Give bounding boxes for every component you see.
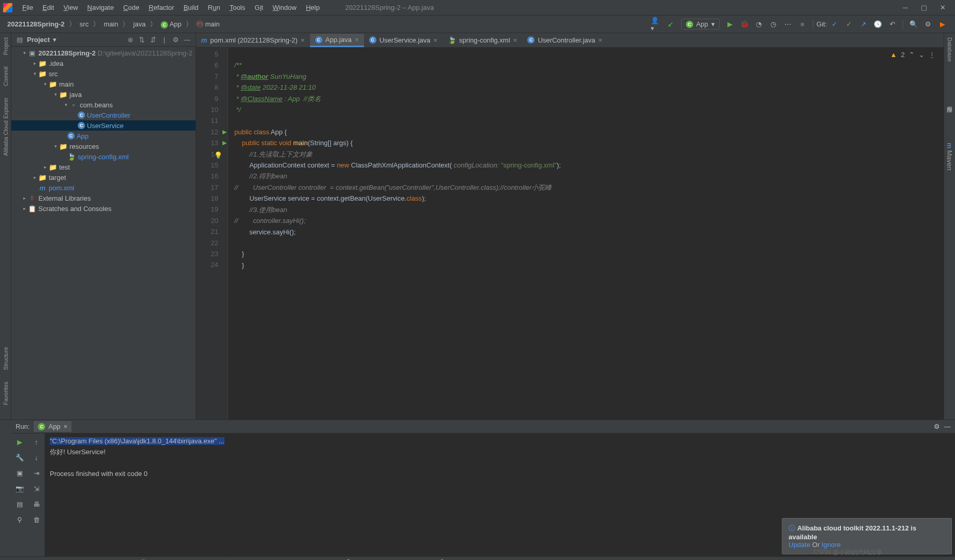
tree-file-pom[interactable]: mpom.xml [11, 183, 195, 193]
scroll-icon[interactable]: ⇲ [30, 482, 43, 495]
tool-alibaba[interactable]: Alibaba Cloud Explorer [3, 95, 9, 158]
tab-userservice[interactable]: CUserService.java× [364, 34, 443, 47]
run-gutter-icon[interactable]: ▶ [222, 127, 227, 137]
tree-folder-target[interactable]: ▸📁target [11, 172, 195, 183]
window-close-icon[interactable]: ✕ [933, 0, 952, 16]
hide-icon[interactable]: — [183, 36, 191, 44]
git-rollback-icon[interactable]: ↶ [887, 19, 898, 30]
update-link[interactable]: Update [789, 541, 810, 549]
close-icon[interactable]: × [64, 423, 68, 430]
bulb-icon[interactable]: 💡 [214, 150, 222, 161]
code-editor[interactable]: /** * @author SunYuHang * @date 2022-11-… [228, 48, 944, 419]
run-config-select[interactable]: CApp▾ [681, 19, 720, 30]
tree-folder-resources[interactable]: ▾📁resources [11, 141, 195, 151]
menu-refactor[interactable]: Refactor [144, 4, 179, 11]
hide-icon[interactable]: — [944, 423, 951, 430]
git-update-icon[interactable]: ↗ [858, 19, 869, 30]
close-icon[interactable]: × [598, 36, 602, 44]
menu-view[interactable]: View [59, 4, 82, 11]
run-icon[interactable]: ▶ [724, 19, 736, 30]
menu-run[interactable]: Run [203, 4, 225, 11]
wrap-icon[interactable]: ⇥ [30, 467, 43, 479]
tab-springconfig[interactable]: 🍃spring-config.xml× [443, 34, 523, 47]
collapse-icon[interactable]: ⇵ [149, 36, 157, 44]
dropdown-icon[interactable]: ▾ [53, 36, 57, 44]
menu-navigate[interactable]: Navigate [82, 4, 118, 11]
window-maximize-icon[interactable]: ▢ [915, 0, 933, 16]
tree-root[interactable]: ▾▣20221128Spring-2 D:\gitee\java\2022112… [11, 48, 195, 58]
trash-icon[interactable]: 🗑 [30, 513, 43, 526]
gear-icon[interactable]: ⚙ [172, 36, 180, 44]
chevron-down-icon[interactable]: ⌄ [919, 51, 924, 59]
profile-icon[interactable]: ◷ [768, 19, 779, 30]
breadcrumb[interactable]: java [131, 20, 148, 28]
tree-file-springconfig[interactable]: 🍃spring-config.xml [11, 151, 195, 162]
breadcrumb[interactable]: C App [159, 20, 184, 29]
alibaba-icon[interactable]: ▶ [937, 19, 948, 30]
menu-file[interactable]: File [18, 4, 38, 11]
tree-class-usercontroller[interactable]: C UserController [11, 110, 195, 120]
expand-icon[interactable]: ⇅ [137, 36, 146, 44]
menu-help[interactable]: Help [301, 4, 325, 11]
tool-maven[interactable]: m Maven [946, 141, 953, 173]
target-icon[interactable]: ⊕ [126, 36, 134, 44]
tree-class-userservice[interactable]: C UserService [11, 120, 195, 131]
bt-alibaba[interactable]: 〔〕Alibaba Cloud View [222, 558, 297, 561]
breadcrumb[interactable]: 20221128Spring-2 [5, 20, 67, 28]
chevron-up-icon[interactable]: ⌃ [909, 51, 915, 59]
tree-folder-idea[interactable]: ▸📁.idea [11, 58, 195, 68]
wrench-icon[interactable]: 🔧 [13, 451, 26, 464]
build-icon[interactable]: ↙ [665, 19, 677, 30]
window-minimize-icon[interactable]: ─ [896, 0, 915, 16]
attach-icon[interactable]: ⋯ [782, 19, 794, 30]
menu-window[interactable]: Window [268, 4, 301, 11]
gear-icon[interactable]: ⚙ [934, 423, 940, 430]
git-commit-icon[interactable]: ✓ [828, 19, 840, 30]
rerun-icon[interactable]: ▶ [13, 436, 26, 448]
tab-usercontroller[interactable]: CUserController.java× [522, 34, 607, 47]
menu-git[interactable]: Git [250, 4, 268, 11]
breadcrumb[interactable]: main [102, 20, 120, 28]
print-icon[interactable]: 🖶 [30, 498, 43, 510]
tree-package[interactable]: ▾▫com.beans [11, 100, 195, 110]
tool-project[interactable]: Project [3, 35, 9, 57]
stop-icon[interactable]: ▣ [13, 467, 26, 479]
coverage-icon[interactable]: ◔ [753, 19, 765, 30]
tool-commit[interactable]: Commit [3, 64, 9, 88]
layout-icon[interactable]: ▤ [13, 498, 26, 510]
pin-icon[interactable]: ⚲ [13, 513, 26, 526]
editor-inspection[interactable]: ▲2⌃⌄⋮ [890, 51, 935, 59]
camera-icon[interactable]: 📷 [13, 482, 26, 495]
git-push-icon[interactable]: ✓ [843, 19, 854, 30]
close-icon[interactable]: × [433, 36, 438, 44]
stop-icon[interactable]: ■ [797, 19, 808, 30]
menu-build[interactable]: Build [179, 4, 203, 11]
tab-pom[interactable]: mpom.xml (20221128Spring-2)× [196, 34, 310, 47]
menu-edit[interactable]: Edit [38, 4, 59, 11]
settings-icon[interactable]: ⚙ [922, 19, 934, 30]
git-history-icon[interactable]: 🕓 [872, 19, 883, 30]
tree-scratches[interactable]: ▸📋Scratches and Consoles [11, 203, 195, 214]
close-icon[interactable]: × [513, 36, 517, 44]
debug-icon[interactable]: 🐞 [739, 19, 750, 30]
down-icon[interactable]: ↓ [30, 451, 43, 464]
search-icon[interactable]: 🔍 [908, 19, 919, 30]
ignore-link[interactable]: Ignore [822, 541, 841, 549]
tool-favorites[interactable]: Favorites [3, 380, 9, 407]
tree-external-libs[interactable]: ▸⫴External Libraries [11, 193, 195, 203]
tree-folder-src[interactable]: ▾📁src [11, 68, 195, 79]
close-icon[interactable]: × [301, 36, 305, 44]
tree-class-app[interactable]: C App [11, 131, 195, 141]
user-icon[interactable]: 👤▾ [651, 19, 662, 30]
more-icon[interactable]: ⋮ [929, 51, 935, 59]
up-icon[interactable]: ↑ [30, 436, 43, 448]
menu-tools[interactable]: Tools [225, 4, 250, 11]
run-tab[interactable]: CApp× [34, 421, 72, 432]
tree-folder-java[interactable]: ▾📁java [11, 89, 195, 100]
tool-apps[interactable]: 应用程序 [946, 100, 953, 104]
tree-folder-test[interactable]: ▸📁test [11, 162, 195, 172]
tool-structure[interactable]: Structure [3, 345, 9, 372]
tool-database[interactable]: Database [947, 35, 953, 64]
breadcrumb[interactable]: ⓜ main [194, 20, 222, 29]
run-gutter-icon[interactable]: ▶ [222, 137, 227, 148]
